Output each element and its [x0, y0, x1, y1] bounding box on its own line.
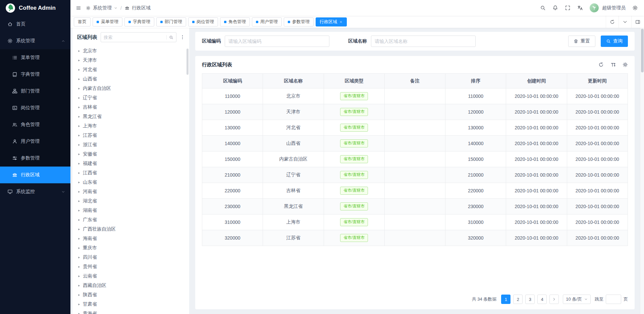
user-avatar[interactable]	[590, 3, 599, 12]
caret-right-icon[interactable]	[77, 162, 80, 165]
query-button[interactable]: 查询	[601, 36, 628, 47]
caret-right-icon[interactable]	[77, 275, 80, 278]
caret-right-icon[interactable]	[77, 87, 80, 90]
caret-right-icon[interactable]	[77, 50, 80, 53]
sidebar-item[interactable]: 系统监控	[0, 183, 70, 200]
gear-icon[interactable]	[623, 62, 628, 67]
tree-item[interactable]: 江西省	[72, 168, 189, 178]
sidebar-item[interactable]: 部门管理	[0, 83, 70, 100]
tree-item[interactable]: 湖南省	[72, 206, 189, 215]
sidebar-item[interactable]: 首页	[0, 16, 70, 33]
tree-item[interactable]: 重庆市	[72, 243, 189, 253]
tree-item[interactable]: 海南省	[72, 234, 189, 243]
caret-right-icon[interactable]	[77, 265, 80, 268]
caret-right-icon[interactable]	[77, 78, 80, 81]
tree-item[interactable]: 山西省	[72, 74, 189, 84]
tree-search-input[interactable]	[104, 35, 164, 40]
tree-item[interactable]: 陕西省	[72, 290, 189, 300]
caret-right-icon[interactable]	[77, 125, 80, 128]
tree-item[interactable]: 江苏省	[72, 131, 189, 140]
region-name-input[interactable]	[371, 36, 476, 47]
tree-item[interactable]: 广东省	[72, 215, 189, 225]
tab[interactable]: 岗位管理	[188, 17, 218, 26]
sidebar-item[interactable]: 字典管理	[0, 66, 70, 83]
caret-right-icon[interactable]	[77, 106, 80, 109]
tab[interactable]: 参数管理	[284, 17, 314, 26]
breadcrumb-section[interactable]: 系统管理	[93, 5, 112, 11]
sidebar-item[interactable]: 行政区域	[0, 167, 70, 183]
user-name[interactable]: 超级管理员	[602, 5, 626, 11]
tree-item[interactable]: 北京市	[72, 46, 189, 56]
chevron-down-icon[interactable]	[619, 16, 631, 28]
search-icon[interactable]	[540, 5, 546, 11]
tree-item[interactable]: 湖北省	[72, 196, 189, 206]
tab[interactable]: 首页	[74, 17, 91, 26]
tree-item[interactable]: 河北省	[72, 65, 189, 74]
tree-item[interactable]: 西藏自治区	[72, 281, 189, 290]
reset-button[interactable]: 重置	[568, 36, 595, 47]
caret-right-icon[interactable]	[77, 181, 80, 184]
fullscreen-icon[interactable]	[565, 5, 571, 11]
sidebar-item[interactable]: 岗位管理	[0, 100, 70, 116]
app-logo[interactable]: Coffee Admin	[0, 0, 70, 16]
caret-right-icon[interactable]	[77, 172, 80, 175]
translate-icon[interactable]	[577, 5, 583, 11]
tree-item[interactable]: 四川省	[72, 253, 189, 262]
page-size-select[interactable]: 10 条/页	[563, 295, 591, 304]
tree-item[interactable]: 辽宁省	[72, 93, 189, 103]
caret-right-icon[interactable]	[77, 237, 80, 240]
caret-right-icon[interactable]	[77, 115, 80, 118]
next-page-button[interactable]	[549, 295, 559, 304]
caret-right-icon[interactable]	[77, 228, 80, 231]
caret-right-icon[interactable]	[77, 134, 80, 137]
page-button[interactable]: 3	[525, 295, 535, 304]
tab[interactable]: 菜单管理	[93, 17, 122, 26]
caret-right-icon[interactable]	[77, 190, 80, 193]
tree-item[interactable]: 天津市	[72, 56, 189, 65]
tree-item[interactable]: 吉林省	[72, 103, 189, 112]
caret-right-icon[interactable]	[77, 218, 80, 222]
tree-item[interactable]: 广西壮族自治区	[72, 225, 189, 234]
tree-scrollbar-thumb[interactable]	[186, 49, 189, 75]
chevron-down-icon[interactable]	[114, 6, 117, 10]
caret-right-icon[interactable]	[77, 143, 80, 146]
dots-vertical-icon[interactable]	[180, 35, 185, 40]
tree-item[interactable]: 贵州省	[72, 262, 189, 271]
tab-close-icon[interactable]	[339, 20, 343, 24]
caret-right-icon[interactable]	[77, 256, 80, 259]
tree-item[interactable]: 河南省	[72, 187, 189, 196]
region-code-input[interactable]	[225, 36, 329, 47]
tree-item[interactable]: 甘肃省	[72, 300, 189, 309]
text-height-icon[interactable]	[610, 62, 616, 67]
caret-right-icon[interactable]	[77, 312, 80, 314]
caret-right-icon[interactable]	[77, 153, 80, 156]
caret-right-icon[interactable]	[77, 209, 80, 212]
caret-right-icon[interactable]	[77, 97, 80, 100]
caret-right-icon[interactable]	[77, 284, 80, 287]
refresh-icon[interactable]	[606, 16, 619, 28]
hamburger-icon[interactable]	[76, 5, 81, 11]
tab[interactable]: 行政区域	[316, 17, 347, 26]
tree-item[interactable]: 福建省	[72, 159, 189, 168]
tab[interactable]: 用户管理	[252, 17, 282, 26]
sidebar-item[interactable]: 系统管理	[0, 33, 70, 49]
tree-item[interactable]: 浙江省	[72, 140, 189, 149]
bell-icon[interactable]	[552, 5, 558, 11]
caret-right-icon[interactable]	[77, 200, 80, 203]
tab[interactable]: 角色管理	[220, 17, 250, 26]
search-icon[interactable]	[166, 35, 173, 40]
sidebar-item[interactable]: 角色管理	[0, 116, 70, 133]
tree-item[interactable]: 青海省	[72, 309, 189, 314]
tree-item[interactable]: 内蒙古自治区	[72, 84, 189, 93]
page-scrollbar-thumb[interactable]	[641, 29, 644, 72]
caret-right-icon[interactable]	[77, 59, 80, 62]
layout-icon[interactable]	[631, 16, 644, 28]
jump-page-input[interactable]	[606, 295, 621, 304]
settings-gear-icon[interactable]	[632, 5, 638, 11]
tree-item[interactable]: 上海市	[72, 121, 189, 131]
tab[interactable]: 部门管理	[156, 17, 186, 26]
page-button[interactable]: 1	[501, 295, 511, 304]
tree-item[interactable]: 云南省	[72, 271, 189, 281]
sidebar-item[interactable]: 参数管理	[0, 150, 70, 167]
refresh-icon[interactable]	[598, 62, 604, 67]
